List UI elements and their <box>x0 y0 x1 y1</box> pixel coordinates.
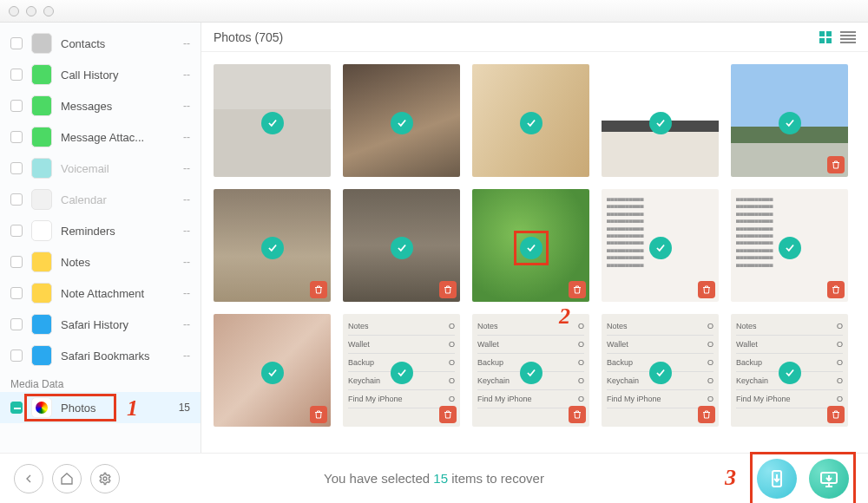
checkbox[interactable] <box>10 318 23 330</box>
list-view-icon[interactable] <box>840 31 856 43</box>
category-icon <box>31 95 52 116</box>
sidebar-item-messages[interactable]: Messages -- <box>0 90 201 121</box>
selected-check-icon[interactable] <box>520 112 542 134</box>
category-icon <box>31 158 52 179</box>
photo-thumb[interactable]: NotesOWalletOBackupOKeychainOFind My iPh… <box>343 314 460 427</box>
sidebar-item-label: Reminders <box>61 225 174 238</box>
selected-check-icon[interactable] <box>261 237 284 259</box>
selected-check-icon[interactable] <box>391 112 413 134</box>
photo-thumb[interactable] <box>731 64 848 177</box>
minimize-icon[interactable] <box>26 6 36 16</box>
photo-thumb[interactable]: NotesOWalletOBackupOKeychainOFind My iPh… <box>731 314 848 427</box>
sidebar-item-safari-history[interactable]: Safari History -- <box>0 309 201 340</box>
titlebar <box>0 0 868 23</box>
selected-check-icon[interactable] <box>391 362 413 384</box>
sidebar-item-count: -- <box>183 37 190 49</box>
selected-check-icon[interactable] <box>261 112 284 134</box>
status-text: You have selected 15 items to recover <box>324 471 544 486</box>
sidebar-item-label: Calendar <box>61 193 174 206</box>
close-icon[interactable] <box>9 6 19 16</box>
recover-actions <box>752 454 854 504</box>
zoom-icon[interactable] <box>43 6 54 16</box>
trash-icon[interactable] <box>310 281 327 298</box>
checkbox[interactable] <box>10 131 23 143</box>
grid-view-icon[interactable] <box>819 31 835 43</box>
sidebar-item-count: -- <box>183 193 190 206</box>
photo-thumb[interactable] <box>214 189 331 302</box>
trash-icon[interactable] <box>827 281 845 298</box>
photo-thumb[interactable]: ▄▄▄▄▄▄▄▄▄▄▄▄▄▄▄▄▄▄▄▄▄▄▄▄▄▄▄▄▄▄▄▄▄▄▄▄▄▄▄▄… <box>602 189 719 302</box>
checkbox[interactable] <box>10 37 23 49</box>
checkbox[interactable] <box>10 100 23 112</box>
selected-check-icon[interactable] <box>649 112 672 134</box>
trash-icon[interactable] <box>310 406 327 423</box>
selected-check-icon[interactable] <box>261 362 284 384</box>
home-button[interactable] <box>52 464 82 493</box>
checkbox[interactable] <box>10 287 23 299</box>
settings-button[interactable] <box>90 464 120 493</box>
sidebar-item-safari-bookmarks[interactable]: Safari Bookmarks -- <box>0 340 201 371</box>
sidebar-item-contacts[interactable]: Contacts -- <box>0 28 201 59</box>
photo-thumb[interactable] <box>214 64 331 177</box>
sidebar: Contacts -- Call History -- Messages -- … <box>0 23 201 453</box>
photo-thumb[interactable] <box>472 189 589 302</box>
photo-thumb[interactable] <box>214 314 331 427</box>
page-title: Photos (705) <box>214 30 283 44</box>
category-icon <box>31 64 52 85</box>
selected-check-icon[interactable] <box>520 237 542 259</box>
category-icon <box>31 33 52 54</box>
sidebar-item-photos[interactable]: Photos 15 1 <box>0 392 201 423</box>
sidebar-item-reminders[interactable]: Reminders -- <box>0 215 201 246</box>
recover-to-device-button[interactable] <box>757 459 797 499</box>
photo-thumb[interactable] <box>343 189 460 302</box>
photo-thumb[interactable]: NotesOWalletOBackupOKeychainOFind My iPh… <box>602 314 719 427</box>
sidebar-item-label: Safari History <box>61 318 174 331</box>
category-icon <box>31 189 52 210</box>
selected-check-icon[interactable] <box>779 112 801 134</box>
sidebar-item-voicemail[interactable]: Voicemail -- <box>0 153 201 184</box>
trash-icon[interactable] <box>569 406 586 423</box>
checkbox[interactable] <box>10 256 23 268</box>
trash-icon[interactable] <box>698 406 715 423</box>
checkbox[interactable] <box>10 225 23 237</box>
sidebar-item-notes[interactable]: Notes -- <box>0 246 201 278</box>
photo-thumb[interactable] <box>472 64 589 177</box>
checkbox[interactable] <box>10 69 23 81</box>
photos-icon <box>31 397 52 418</box>
selected-check-icon[interactable] <box>391 237 413 259</box>
sidebar-item-label: Safari Bookmarks <box>61 349 174 363</box>
sidebar-item-message-attac-[interactable]: Message Attac... -- <box>0 121 201 153</box>
selected-check-icon[interactable] <box>779 362 801 384</box>
selected-check-icon[interactable] <box>520 362 542 384</box>
sidebar-item-count: -- <box>183 69 190 81</box>
checkbox[interactable] <box>10 162 23 174</box>
sidebar-item-count: -- <box>183 225 190 237</box>
sidebar-item-label: Messages <box>61 100 174 113</box>
sidebar-item-label: Message Attac... <box>61 131 174 144</box>
trash-icon[interactable] <box>698 281 715 298</box>
checkbox[interactable] <box>10 349 23 362</box>
trash-icon[interactable] <box>827 406 845 423</box>
selected-check-icon[interactable] <box>649 237 672 259</box>
trash-icon[interactable] <box>827 156 845 173</box>
checkbox[interactable] <box>10 193 23 206</box>
photo-thumb[interactable]: NotesOWalletOBackupOKeychainOFind My iPh… <box>472 314 589 427</box>
sidebar-item-call-history[interactable]: Call History -- <box>0 59 201 90</box>
sidebar-item-calendar[interactable]: Calendar -- <box>0 184 201 215</box>
checkbox[interactable] <box>10 402 23 414</box>
sidebar-item-count: -- <box>183 162 190 174</box>
trash-icon[interactable] <box>439 406 457 423</box>
selected-check-icon[interactable] <box>779 237 801 259</box>
back-button[interactable] <box>14 464 43 493</box>
selected-check-icon[interactable] <box>649 362 672 384</box>
sidebar-item-label: Photos <box>61 402 170 415</box>
photo-thumb[interactable] <box>602 64 719 177</box>
trash-icon[interactable] <box>569 281 586 298</box>
sidebar-item-note-attachment[interactable]: Note Attachment -- <box>0 278 201 309</box>
photo-thumb[interactable]: ▄▄▄▄▄▄▄▄▄▄▄▄▄▄▄▄▄▄▄▄▄▄▄▄▄▄▄▄▄▄▄▄▄▄▄▄▄▄▄▄… <box>731 189 848 302</box>
category-icon <box>31 283 52 304</box>
recover-to-computer-button[interactable] <box>809 459 849 499</box>
trash-icon[interactable] <box>439 281 457 298</box>
photo-thumb[interactable] <box>343 64 460 177</box>
sidebar-item-count: -- <box>183 100 190 112</box>
